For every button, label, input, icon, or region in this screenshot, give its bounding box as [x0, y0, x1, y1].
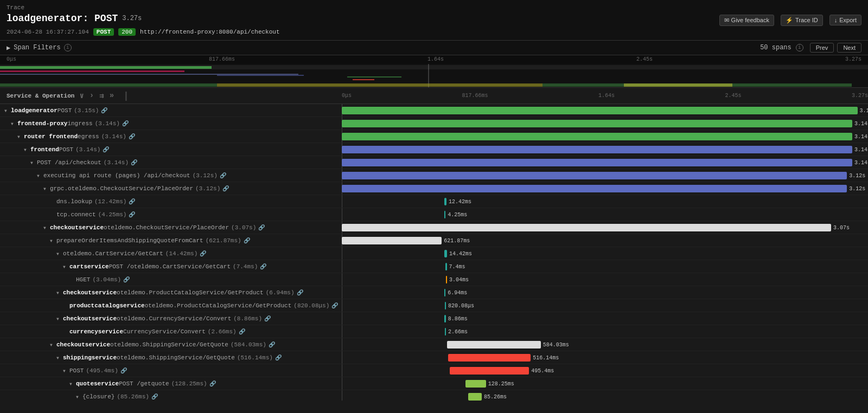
link-icon[interactable]: 🔗	[269, 341, 275, 348]
link-icon[interactable]: 🔗	[123, 276, 130, 283]
span-row[interactable]: ▼checkoutservice oteldemo.ShippingServic…	[0, 338, 868, 351]
operation-name: {closure}	[82, 393, 114, 400]
feedback-icon: ✉	[724, 17, 729, 24]
tl-label-4: 3.27s	[845, 56, 861, 62]
expand-icon[interactable]: ▼	[50, 341, 56, 348]
col-headers: Service & Operation ∨ › ⇉ » | 0μs 817.66…	[0, 88, 868, 104]
span-left: ▶HGET (3.04ms)🔗	[0, 276, 342, 283]
span-row[interactable]: ▼checkoutservice oteldemo.CurrencyServic…	[0, 312, 868, 325]
expand-icon[interactable]: ▼	[63, 263, 69, 270]
link-icon[interactable]: 🔗	[151, 393, 158, 400]
expand-icon[interactable]: ▶	[63, 302, 69, 309]
link-icon[interactable]: 🔗	[122, 120, 129, 127]
span-left: ▼executing api route (pages) /api/checko…	[0, 172, 342, 179]
nav-buttons: Prev Next	[810, 43, 861, 53]
span-row[interactable]: ▶HGET (3.04ms)🔗3.04ms	[0, 273, 868, 286]
link-icon[interactable]: 🔗	[131, 159, 137, 166]
span-row[interactable]: ▼POST /api/checkout (3.14s)🔗3.14s	[0, 156, 868, 169]
service-name-text: checkoutservice	[63, 289, 117, 296]
trace-id-button[interactable]: ⚡ Trace ID	[781, 15, 823, 26]
span-row[interactable]: ▼grpc.oteldemo.CheckoutService/PlaceOrde…	[0, 182, 868, 195]
span-left: ▼checkoutservice oteldemo.ShippingServic…	[0, 341, 342, 348]
duration-text: (7.4ms)	[233, 263, 258, 270]
prev-button[interactable]: Prev	[810, 43, 834, 53]
link-icon[interactable]: 🔗	[297, 289, 303, 296]
link-icon[interactable]: 🔗	[331, 302, 338, 309]
spans-container[interactable]: ▼loadgenerator POST (3.15s)🔗3.15s▼fronte…	[0, 104, 868, 401]
span-row[interactable]: ▶tcp.connect (4.25ms)🔗4.25ms	[0, 208, 868, 221]
link-icon[interactable]: 🔗	[258, 224, 265, 231]
expand-icon[interactable]: ›	[88, 90, 95, 101]
next-button[interactable]: Next	[837, 43, 861, 53]
span-timeline: 2.66ms	[342, 325, 868, 338]
span-row[interactable]: ▼oteldemo.CartService/GetCart (14.42ms)🔗…	[0, 247, 868, 260]
resize-handle[interactable]: |	[123, 91, 129, 101]
link-icon[interactable]: 🔗	[129, 198, 135, 205]
span-row[interactable]: ▼frontend-proxy ingress (3.14s)🔗3.14s	[0, 117, 868, 130]
span-row[interactable]: ▼checkoutservice oteldemo.ProductCatalog…	[0, 286, 868, 299]
expand-icon[interactable]: ▼	[43, 224, 50, 231]
span-row[interactable]: ▼POST (495.4ms)🔗495.4ms	[0, 364, 868, 377]
duration-text: (4.25ms)	[98, 211, 127, 218]
link-icon[interactable]: 🔗	[220, 172, 226, 179]
span-row[interactable]: ▼quoteservice POST /getquote (128.25ms)🔗…	[0, 377, 868, 390]
expand-icon[interactable]: ▼	[76, 393, 82, 400]
bar-label: 3.07s	[833, 224, 850, 230]
expand-icon[interactable]: ▼	[30, 159, 37, 166]
expand-icon[interactable]: ▼	[56, 289, 63, 296]
link-icon[interactable]: 🔗	[244, 237, 250, 244]
link-icon[interactable]: 🔗	[222, 185, 229, 192]
link-icon[interactable]: 🔗	[101, 107, 107, 114]
span-name: ▶productcatalogservice oteldemo.ProductC…	[0, 302, 329, 309]
span-row[interactable]: ▼prepareOrderItemsAndShippingQuoteFromCa…	[0, 234, 868, 247]
collapse-all-icon[interactable]: ∨	[78, 90, 85, 101]
span-row[interactable]: ▼frontend POST (3.14s)🔗3.14s	[0, 143, 868, 156]
expand-icon[interactable]: ▼	[11, 120, 17, 127]
span-row[interactable]: ▶currencyservice CurrencyService/Convert…	[0, 325, 868, 338]
span-row[interactable]: ▶productcatalogservice oteldemo.ProductC…	[0, 299, 868, 312]
expand-icon[interactable]: ▼	[56, 354, 63, 361]
expand-icon[interactable]: ▼	[50, 237, 56, 244]
link-icon[interactable]: 🔗	[120, 367, 127, 374]
link-icon[interactable]: 🔗	[264, 315, 271, 322]
expand-icon[interactable]: ▼	[37, 172, 43, 179]
link-icon[interactable]: 🔗	[260, 263, 266, 270]
link-icon[interactable]: 🔗	[129, 133, 135, 140]
service-name-text: cartservice	[69, 263, 109, 270]
expand-icon[interactable]: ▶	[69, 276, 76, 283]
span-row[interactable]: ▶dns.lookup (12.42ms)🔗12.42ms	[0, 195, 868, 208]
span-row[interactable]: ▼cartservice POST /oteldemo.CartService/…	[0, 260, 868, 273]
export-button[interactable]: ↓ Export	[829, 15, 861, 25]
expand-icon[interactable]: ▼	[17, 133, 24, 140]
feedback-button[interactable]: ✉ Give feedback	[719, 15, 774, 26]
collapse-icon[interactable]: ⇉	[98, 90, 105, 101]
link-icon[interactable]: 🔗	[200, 250, 206, 257]
span-filters[interactable]: ▶ Span Filters i	[7, 44, 72, 52]
expand-icon[interactable]: ▼	[24, 146, 30, 153]
span-row[interactable]: ▼{closure} (85.26ms)🔗85.26ms	[0, 390, 868, 401]
expand-icon[interactable]: ▶	[50, 211, 56, 218]
span-left: ▼POST (495.4ms)🔗	[0, 367, 342, 374]
expand-icon[interactable]: ▼	[4, 107, 11, 114]
span-left: ▼quoteservice POST /getquote (128.25ms)🔗	[0, 380, 342, 387]
expand-icon[interactable]: ▼	[56, 315, 63, 322]
link-icon[interactable]: 🔗	[129, 211, 135, 218]
expand-icon[interactable]: ▶	[50, 198, 56, 205]
title-duration: 3.27s	[122, 15, 142, 22]
expand-icon[interactable]: ▼	[43, 185, 50, 192]
span-bar	[444, 315, 446, 322]
link-icon[interactable]: 🔗	[209, 380, 216, 387]
link-icon[interactable]: 🔗	[239, 328, 245, 335]
expand-icon[interactable]: ▼	[56, 250, 63, 257]
link-icon[interactable]: 🔗	[275, 354, 282, 361]
link-icon[interactable]: 🔗	[103, 146, 109, 153]
skip-icon[interactable]: »	[108, 90, 116, 101]
span-row[interactable]: ▼router frontend egress (3.14s)🔗3.14s	[0, 130, 868, 143]
span-row[interactable]: ▼shippingservice oteldemo.ShippingServic…	[0, 351, 868, 364]
span-row[interactable]: ▼checkoutservice oteldemo.CheckoutServic…	[0, 221, 868, 234]
expand-icon[interactable]: ▶	[63, 328, 69, 335]
expand-icon[interactable]: ▼	[63, 367, 69, 374]
expand-icon[interactable]: ▼	[69, 380, 76, 387]
span-row[interactable]: ▼executing api route (pages) /api/checko…	[0, 169, 868, 182]
span-row[interactable]: ▼loadgenerator POST (3.15s)🔗3.15s	[0, 104, 868, 117]
